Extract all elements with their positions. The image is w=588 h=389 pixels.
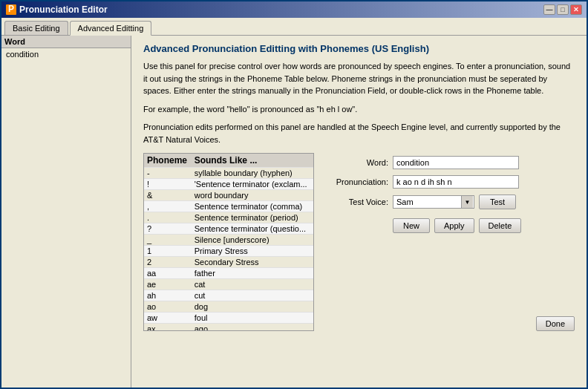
pronunciation-label: Pronunciation: [329,177,388,186]
main-window: P Pronunciation Editor — □ ✕ Basic Editi… [0,0,588,389]
phoneme-cell: ! [144,179,192,190]
tab-basic-editing[interactable]: Basic Editing [4,21,68,35]
word-label: Word: [329,158,388,167]
left-panel: Word condition [1,36,131,388]
phoneme-cell: 2 [144,257,192,268]
title-buttons: — □ ✕ [543,4,582,15]
phoneme-cell: & [144,190,192,201]
col-sounds-like: Sounds Like ... [192,154,313,168]
action-buttons: New Apply Delete [329,218,575,233]
voice-select[interactable]: SamMikeCrystalMary [393,195,474,209]
phoneme-cell: - [144,168,192,179]
test-voice-row: Test Voice: SamMikeCrystalMary ▼ Test [329,194,575,209]
phoneme-table-wrapper: Phoneme Sounds Like ... -syllable bounda… [143,153,314,331]
right-panel: Advanced Pronunciation Editting with Pho… [131,36,587,388]
sounds-like-cell: ago [192,324,313,332]
window-title: Pronunciation Editor [19,4,108,15]
table-row[interactable]: aodog [144,301,313,313]
minimize-button[interactable]: — [543,4,555,15]
word-list-header: Word [1,36,131,48]
title-bar-left: P Pronunciation Editor [6,4,108,15]
phoneme-cell: , [144,201,192,212]
phoneme-cell: aw [144,313,192,324]
sounds-like-cell: Secondary Stress [192,257,313,268]
sounds-like-cell: cut [192,290,313,301]
sounds-like-cell: Sentence terminator (period) [192,212,313,223]
word-field-row: Word: [329,156,575,169]
table-row[interactable]: axago [144,324,313,332]
table-row[interactable]: ahcut [144,290,313,301]
apply-button[interactable]: Apply [434,218,474,233]
table-row[interactable]: &word boundary [144,190,313,201]
controls-panel: Word: Pronunciation: Test Voice: SamMike… [329,153,575,331]
phoneme-cell: aa [144,268,192,279]
table-row[interactable]: .Sentence terminator (period) [144,212,313,223]
title-bar: P Pronunciation Editor — □ ✕ [1,1,587,18]
sounds-like-cell: Silence [underscore) [192,235,313,246]
maximize-button[interactable]: □ [557,4,569,15]
sounds-like-cell: word boundary [192,190,313,201]
phoneme-cell: ah [144,290,192,301]
description-text-1: Use this panel for precise control over … [143,60,575,97]
test-button[interactable]: Test [479,194,516,209]
tab-advanced-editing[interactable]: Advanced Editting [70,21,152,36]
bottom-right: Done [329,310,575,331]
description-text-2: For example, the word "hello" is pronoun… [143,103,575,116]
phoneme-cell: ao [144,301,192,313]
voice-select-wrapper: SamMikeCrystalMary ▼ [393,195,474,209]
table-row[interactable]: awfoul [144,313,313,324]
word-input[interactable] [393,156,519,169]
phoneme-cell: 1 [144,246,192,257]
pronunciation-input[interactable] [393,175,519,189]
table-row[interactable]: -syllable boundary (hyphen) [144,168,313,179]
phoneme-table: Phoneme Sounds Like ... -syllable bounda… [144,154,313,331]
table-row[interactable]: ?Sentence terminator (questio... [144,223,313,235]
phoneme-cell: _ [144,235,192,246]
test-voice-label: Test Voice: [329,197,388,206]
sounds-like-cell: foul [192,313,313,324]
table-row[interactable]: !'Sentence terminator (exclam... [144,179,313,190]
tab-bar: Basic Editing Advanced Editting [1,18,587,36]
sounds-like-cell: father [192,268,313,279]
delete-button[interactable]: Delete [479,218,522,233]
window-icon: P [6,4,16,15]
svg-text:P: P [8,5,14,14]
table-row[interactable]: 2Secondary Stress [144,257,313,268]
description-text-3: Pronunciation edits performed on this pa… [143,121,575,146]
phoneme-cell: . [144,212,192,223]
section-title: Advanced Pronunciation Editting with Pho… [143,43,575,54]
table-row[interactable]: ,Sentence terminator (comma) [144,201,313,212]
col-phoneme: Phoneme [144,154,192,168]
table-row[interactable]: _Silence [underscore) [144,235,313,246]
table-row[interactable]: aafather [144,268,313,279]
sounds-like-cell: syllable boundary (hyphen) [192,168,313,179]
table-row[interactable]: aecat [144,279,313,290]
sounds-like-cell: Sentence terminator (questio... [192,223,313,235]
word-list: condition [1,48,131,388]
phoneme-cell: ae [144,279,192,290]
phoneme-table-scroll[interactable]: Phoneme Sounds Like ... -syllable bounda… [143,153,314,331]
table-row[interactable]: 1Primary Stress [144,246,313,257]
close-button[interactable]: ✕ [570,4,582,15]
sounds-like-cell: cat [192,279,313,290]
sounds-like-cell: 'Sentence terminator (exclam... [192,179,313,190]
phoneme-cell: ax [144,324,192,332]
word-list-item[interactable]: condition [1,48,131,60]
pronunciation-field-row: Pronunciation: [329,175,575,189]
new-button[interactable]: New [393,218,430,233]
sounds-like-cell: Sentence terminator (comma) [192,201,313,212]
sounds-like-cell: Primary Stress [192,246,313,257]
phoneme-section: Phoneme Sounds Like ... -syllable bounda… [143,153,575,331]
phoneme-cell: ? [144,223,192,235]
sounds-like-cell: dog [192,301,313,313]
main-content: Word condition Advanced Pronunciation Ed… [1,36,587,388]
done-button[interactable]: Done [536,316,575,331]
